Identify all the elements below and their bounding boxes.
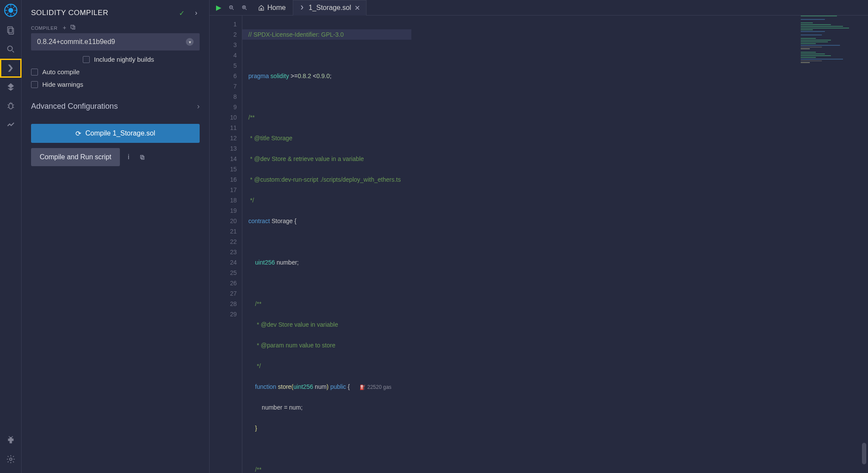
auto-compile-checkbox[interactable] [31,69,38,76]
solidity-compiler-icon[interactable] [0,59,22,78]
zoom-in-icon[interactable] [238,0,251,16]
advanced-config-toggle[interactable]: Advanced Configurations › [31,102,200,111]
remix-logo-icon[interactable] [0,0,21,21]
compiler-version-select[interactable]: 0.8.24+commit.e11b9ed9 ▾ [31,33,200,50]
info-icon[interactable]: i [123,152,134,162]
code-line: number; [275,259,299,266]
code-line: /** [255,300,262,307]
code-line: } [255,425,257,432]
compiler-label: COMPILER [31,25,57,31]
code-line: // SPDX-License-Identifier: GPL-3.0 [248,31,344,38]
deploy-run-icon[interactable] [0,78,22,97]
code-line: function [255,383,276,390]
code-line: Storage { [270,218,297,224]
file-tab-label: 1_Storage.sol [309,4,351,12]
svg-rect-3 [9,28,13,34]
compiler-link-icon[interactable] [70,24,76,32]
dropdown-icon: ▾ [186,38,194,46]
code-line: contract [248,218,270,224]
gas-cost: 22520 gas [367,384,392,390]
code-content[interactable]: // SPDX-License-Identifier: GPL-3.0 prag… [242,16,423,473]
chevron-right-icon: › [197,102,200,111]
debugger-icon[interactable] [0,97,22,116]
code-line: /** [248,114,255,121]
gas-icon: ⛽ [360,385,366,390]
code-line: store [276,383,291,390]
include-nightly-label: Include nightly builds [94,56,154,63]
advanced-config-label: Advanced Configurations [31,102,118,111]
code-line: */ [248,197,254,204]
copy-icon[interactable] [137,152,147,162]
hide-warnings-label: Hide warnings [42,81,83,88]
code-line: * @custom:dev-run-script ./scripts/deplo… [248,176,401,183]
add-compiler-icon[interactable]: + [63,24,66,32]
code-line: uint256 [255,259,275,266]
compile-run-button-label: Compile and Run script [40,153,111,161]
svg-point-4 [8,46,13,51]
code-line: /** [255,466,262,473]
terminal-scrollbar[interactable] [862,443,866,464]
search-icon[interactable] [0,40,22,59]
code-line: */ [255,363,261,369]
settings-icon[interactable] [0,450,22,469]
plugin-manager-icon[interactable] [0,431,22,450]
file-tab[interactable]: 1_Storage.sol ✕ [293,0,367,16]
minimap[interactable] [801,16,861,67]
line-gutter: 1234567891011121314151617181920212223242… [210,16,242,473]
auto-compile-label: Auto compile [42,68,80,76]
play-icon[interactable]: ▶ [212,0,225,16]
panel-title: SOLIDITY COMPILER [31,9,108,17]
compile-run-button[interactable]: Compile and Run script [31,148,120,166]
compile-success-icon: ✓ [178,9,185,16]
code-line: * @param num value to store [255,342,335,349]
compile-button-label: Compile 1_Storage.sol [85,129,155,137]
svg-point-5 [9,104,13,109]
code-line: public [329,383,348,390]
refresh-icon: ⟳ [75,129,81,138]
zoom-out-icon[interactable] [225,0,238,16]
svg-rect-2 [8,27,13,33]
code-line: * @dev Store & retrieve value in a varia… [248,155,364,162]
svg-rect-7 [71,25,74,28]
code-line: number = num; [255,404,303,411]
code-line: solidity [270,73,289,79]
hide-warnings-checkbox[interactable] [31,81,38,88]
home-tab[interactable]: Home [251,0,293,16]
code-line: { [348,383,350,390]
svg-point-6 [9,458,12,460]
code-line: * @dev Store value in variable [255,321,338,328]
chevron-right-icon[interactable]: › [193,9,200,16]
home-tab-label: Home [267,4,286,12]
compiler-version-text: 0.8.24+commit.e11b9ed9 [37,38,115,46]
code-line: * @title Storage [248,135,292,142]
compile-button[interactable]: ⟳ Compile 1_Storage.sol [31,124,200,143]
close-tab-icon[interactable]: ✕ [354,4,360,12]
analysis-icon[interactable] [0,116,22,135]
include-nightly-checkbox[interactable] [83,56,90,63]
code-line: pragma [248,73,269,79]
file-explorer-icon[interactable] [0,21,22,40]
svg-point-1 [8,8,13,13]
solidity-file-icon [299,5,305,11]
